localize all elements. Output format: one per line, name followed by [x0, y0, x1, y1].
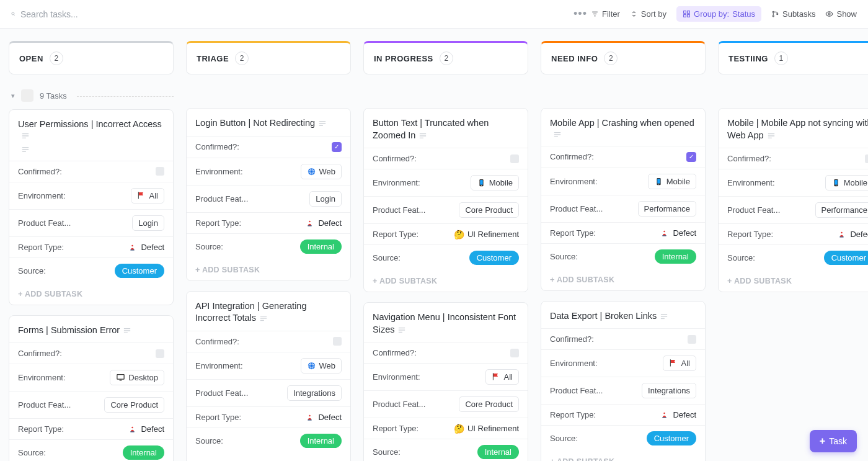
description-icon [22, 145, 29, 154]
column-header[interactable]: TESTIING1 [718, 41, 868, 74]
source-pill[interactable]: Internal [300, 434, 342, 448]
chevron-down-icon: ▾ [11, 92, 15, 100]
source-pill[interactable]: Customer [469, 251, 519, 265]
report-type-value[interactable]: Defect [305, 413, 342, 422]
column-count: 2 [604, 51, 618, 65]
environment-tag[interactable]: All [131, 188, 164, 204]
task-card[interactable]: User Permissions | Incorrect AccessConfi… [9, 109, 174, 305]
description-icon [768, 132, 775, 141]
feature-tag[interactable]: Integrations [642, 383, 696, 398]
field-label: Report Type: [727, 230, 773, 239]
column-header[interactable]: OPEN2 [9, 41, 174, 74]
add-subtask-button[interactable]: + ADD SUBTASK [364, 271, 528, 292]
group-row[interactable]: ▾9 Tasks [11, 89, 174, 102]
environment-tag[interactable]: Mobile [648, 174, 696, 189]
source-pill[interactable]: Customer [115, 264, 164, 278]
task-card[interactable]: Mobile | Mobile App not syncing with Web… [718, 108, 868, 292]
environment-tag[interactable]: Desktop [110, 370, 164, 385]
sort-label: Sort by [641, 9, 666, 19]
report-type-value[interactable]: Defect [128, 243, 164, 252]
environment-tag[interactable]: All [485, 369, 519, 385]
source-pill[interactable]: Customer [824, 251, 868, 265]
svg-rect-45 [480, 180, 482, 185]
description-icon [398, 326, 405, 335]
task-card[interactable]: Data Export | Broken LinksConfirmed?:Env… [541, 301, 706, 461]
add-subtask-button[interactable]: + ADD SUBTASK [541, 269, 705, 290]
siren-icon [305, 218, 314, 228]
sort-button[interactable]: Sort by [630, 9, 666, 19]
field-value: Defect [660, 228, 696, 238]
filter-button[interactable]: Filter [591, 9, 620, 19]
add-subtask-button[interactable]: + ADD SUBTASK [719, 271, 868, 292]
source-pill[interactable]: Internal [655, 249, 696, 264]
environment-tag[interactable]: Mobile [825, 175, 868, 190]
column-header[interactable]: IN PROGRESS2 [363, 41, 528, 74]
field-product-feature: Product Feat...Integrations [187, 379, 350, 406]
checkbox-empty[interactable] [156, 349, 164, 358]
checkbox-empty[interactable] [156, 167, 164, 176]
report-type-value[interactable]: Defect [660, 410, 696, 419]
feature-tag[interactable]: Integrations [287, 385, 342, 401]
field-report-type: Report Type:Defect [187, 212, 350, 233]
feature-tag[interactable]: Performance [638, 201, 696, 217]
task-card[interactable]: Forms | Submission ErrorConfirmed?:Envir… [9, 315, 174, 461]
add-subtask-button[interactable]: + ADD SUBTASK [541, 451, 705, 461]
checkbox-empty[interactable] [510, 349, 519, 357]
checkbox-empty[interactable] [333, 337, 342, 346]
report-type-value[interactable]: 🤔UI Refinement [454, 230, 519, 239]
field-label: Confirmed?: [550, 152, 594, 161]
add-subtask-button[interactable]: + ADD SUBTASK [187, 454, 350, 461]
more-icon[interactable]: ••• [570, 6, 591, 22]
show-button[interactable]: Show [825, 9, 857, 19]
report-type-value[interactable]: Defect [837, 230, 868, 239]
source-pill[interactable]: Internal [300, 239, 342, 254]
source-pill[interactable]: Internal [477, 445, 519, 459]
checkbox-empty[interactable] [510, 154, 519, 163]
feature-tag[interactable]: Login [309, 191, 342, 207]
checkbox-checked-icon[interactable]: ✓ [686, 152, 696, 162]
subtasks-button[interactable]: Subtasks [771, 9, 815, 19]
task-card[interactable]: Login Button | Not RedirectingConfirmed?… [186, 108, 351, 281]
field-label: Source: [550, 434, 578, 443]
new-task-button[interactable]: + Task [810, 430, 857, 452]
card-header: Mobile | Mobile App not syncing with Web… [719, 109, 868, 148]
field-label: Product Feat... [373, 400, 425, 409]
report-type-value[interactable]: 🤔UI Refinement [454, 424, 519, 433]
environment-tag[interactable]: All [663, 356, 696, 371]
column-header[interactable]: NEED INFO2 [541, 41, 706, 74]
checkbox-empty[interactable] [688, 335, 696, 344]
add-subtask-button[interactable]: + ADD SUBTASK [9, 284, 173, 305]
column-header[interactable]: TRIAGE2 [186, 41, 351, 74]
groupby-button[interactable]: Group by: Status [676, 6, 761, 22]
search-input[interactable] [20, 9, 157, 19]
card-header: Data Export | Broken Links [541, 302, 705, 329]
task-card[interactable]: Button Text | Truncated when Zoomed InCo… [363, 108, 528, 292]
feature-tag[interactable]: Performance [815, 202, 868, 218]
feature-tag[interactable]: Login [132, 215, 164, 231]
field-confirmed: Confirmed?: [187, 331, 350, 352]
field-value: Defect [837, 230, 868, 239]
field-label: Environment: [18, 373, 66, 382]
report-type-value[interactable]: Defect [305, 218, 342, 228]
feature-tag[interactable]: Core Product [459, 396, 519, 412]
environment-tag[interactable]: Mobile [471, 175, 519, 190]
report-type-value[interactable]: Defect [128, 424, 164, 434]
report-type-value[interactable]: Defect [660, 228, 696, 238]
checkbox-checked-icon[interactable]: ✓ [332, 142, 342, 152]
feature-value: Core Product [465, 205, 513, 215]
task-card[interactable]: Navigation Menu | Inconsistent Font Size… [363, 302, 528, 461]
source-pill[interactable]: Internal [123, 445, 164, 460]
svg-rect-25 [120, 380, 122, 381]
source-pill[interactable]: Customer [647, 431, 696, 445]
field-product-feature: Product Feat...Integrations [541, 377, 705, 404]
task-card[interactable]: API Integration | Generating Incorrect T… [186, 291, 351, 461]
checkbox-empty[interactable] [865, 154, 868, 163]
column-title: NEED INFO [551, 54, 598, 63]
feature-tag[interactable]: Core Product [104, 397, 164, 413]
feature-tag[interactable]: Core Product [459, 202, 519, 218]
task-card[interactable]: Mobile App | Crashing when openedConfirm… [541, 108, 706, 291]
environment-tag[interactable]: Web [301, 358, 342, 374]
environment-value: All [681, 359, 690, 368]
environment-tag[interactable]: Web [301, 164, 342, 179]
add-subtask-button[interactable]: + ADD SUBTASK [187, 259, 350, 280]
